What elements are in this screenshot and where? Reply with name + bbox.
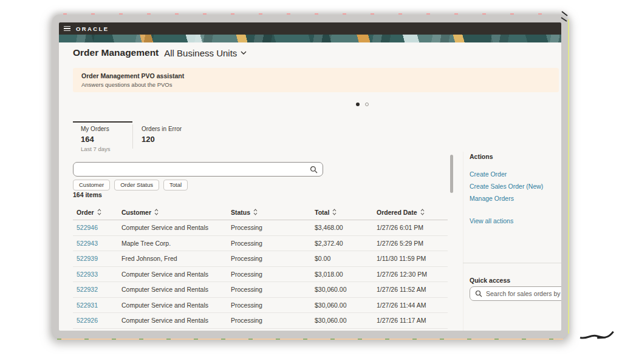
oracle-logo: ORACLE (76, 25, 109, 32)
order-number-link[interactable]: 522932 (77, 286, 121, 293)
bottom-dash-decoration (57, 339, 563, 340)
sort-icon (332, 209, 337, 215)
order-number-link[interactable]: 522933 (77, 271, 121, 278)
cell-total: $30,060.00 (315, 317, 377, 324)
filter-chip-total[interactable]: Total (163, 180, 188, 190)
right-line-decoration (568, 19, 569, 334)
cell-status: Processing (231, 255, 315, 262)
tab-my-orders[interactable]: My Orders 164 Last 7 days (73, 121, 132, 152)
sort-icon (154, 209, 159, 215)
cell-customer: Fred Johnson, Fred (121, 255, 231, 262)
orders-search-bar (73, 162, 323, 177)
cell-total: $3,018.00 (315, 271, 377, 278)
order-number-link[interactable]: 522946 (77, 224, 121, 231)
kpi-value: 164 (81, 135, 132, 144)
filter-chips: Customer Order Status Total (73, 180, 188, 190)
table-row: 522926 Computer Service and Rentals Proc… (73, 313, 448, 329)
sort-icon (253, 209, 258, 215)
carousel-dot-inactive[interactable] (365, 103, 369, 106)
cell-total: $30,060.00 (315, 302, 377, 309)
carousel-dots (356, 103, 369, 106)
kpi-divider (132, 124, 133, 149)
table-row: 522946 Computer Service and Rentals Proc… (73, 220, 448, 236)
cell-ordered-date: 1/27/26 11:17 AM (377, 317, 448, 324)
actions-panel-title: Actions (470, 153, 493, 160)
cell-total: $30,060.00 (315, 286, 377, 293)
cell-ordered-date: 1/11/30 11:59 PM (377, 255, 448, 262)
carousel-dot-active[interactable] (356, 103, 360, 106)
assistant-banner-title: Order Management PVO assistant (81, 72, 550, 79)
hamburger-menu-icon[interactable] (64, 26, 70, 32)
banner-image (59, 35, 561, 42)
orders-table: Order Customer Status Total Ordered Date… (73, 204, 448, 329)
cell-status: Processing (231, 286, 315, 293)
order-number-link[interactable]: 522931 (77, 302, 121, 309)
cell-customer: Computer Service and Rentals (121, 286, 231, 293)
kpi-label: Orders in Error (142, 126, 208, 132)
kpi-sublabel: Last 7 days (81, 146, 132, 152)
cell-customer: Computer Service and Rentals (121, 317, 231, 324)
table-row: 522933 Computer Service and Rentals Proc… (73, 267, 448, 283)
manage-orders-link[interactable]: Manage Orders (470, 195, 514, 202)
cell-status: Processing (231, 317, 315, 324)
search-icon (475, 290, 482, 297)
cell-total: $2,372.40 (315, 240, 377, 247)
cell-status: Processing (231, 240, 315, 247)
cell-customer: Computer Service and Rentals (121, 224, 231, 231)
order-number-link[interactable]: 522926 (77, 317, 121, 324)
orders-search-input[interactable] (80, 163, 304, 175)
business-unit-selector[interactable]: All Business Units (164, 48, 247, 58)
table-row: 522931 Computer Service and Rentals Proc… (73, 298, 448, 314)
sketch-decoration (579, 329, 616, 342)
view-all-actions-link[interactable]: View all actions (470, 217, 513, 224)
page-header: Order Management All Business Units (73, 47, 247, 58)
table-row: 522932 Computer Service and Rentals Proc… (73, 282, 448, 298)
column-header-total[interactable]: Total (315, 209, 377, 216)
cell-ordered-date: 1/27/26 12:30 PM (377, 271, 448, 278)
pvo-assistant-banner[interactable]: Order Management PVO assistant Answers q… (73, 68, 559, 92)
quick-access-search-input[interactable] (486, 290, 561, 297)
side-panel-divider (463, 152, 463, 331)
business-unit-label: All Business Units (164, 48, 237, 58)
filter-chip-customer[interactable]: Customer (73, 180, 110, 190)
cell-status: Processing (231, 302, 315, 309)
assistant-banner-subtitle: Answers questions about the PVOs (81, 81, 550, 88)
cell-ordered-date: 1/27/26 6:01 PM (377, 224, 448, 231)
column-header-status[interactable]: Status (231, 209, 315, 216)
cell-status: Processing (231, 271, 315, 278)
table-header: Order Customer Status Total Ordered Date (73, 204, 448, 220)
create-order-link[interactable]: Create Order (470, 170, 507, 178)
create-sales-order-new-link[interactable]: Create Sales Order (New) (470, 183, 543, 190)
order-number-link[interactable]: 522939 (77, 255, 121, 262)
column-header-order[interactable]: Order (77, 209, 121, 216)
kpi-value: 120 (142, 135, 208, 144)
quick-access-divider (463, 263, 561, 263)
kpi-label: My Orders (81, 126, 132, 132)
table-row: 522939 Fred Johnson, Fred Processing $0.… (73, 251, 448, 267)
column-header-customer[interactable]: Customer (121, 209, 231, 216)
cell-ordered-date: 1/27/26 11:52 AM (377, 286, 448, 293)
tab-orders-in-error[interactable]: Orders in Error 120 (142, 121, 208, 144)
order-number-link[interactable]: 522943 (77, 240, 121, 247)
cell-ordered-date: 1/27/26 5:29 PM (377, 240, 448, 247)
pink-dash-decoration (63, 13, 557, 15)
cell-customer: Computer Service and Rentals (121, 271, 231, 278)
sort-icon (97, 209, 101, 215)
cell-customer: Maple Tree Corp. (121, 240, 231, 247)
cell-customer: Computer Service and Rentals (121, 302, 231, 309)
window-frame: ORACLE Order Management All Business Uni… (52, 15, 568, 339)
cell-status: Processing (231, 224, 315, 231)
items-count: 164 items (73, 191, 102, 198)
cell-total: $3,468.00 (315, 224, 377, 231)
filter-chip-order-status[interactable]: Order Status (114, 180, 159, 190)
sort-icon (420, 209, 425, 215)
app-bar: ORACLE (59, 22, 561, 35)
page-content: Order Management All Business Units Orde… (59, 42, 561, 331)
quick-access-title: Quick access (470, 277, 510, 284)
chevron-down-icon (241, 51, 247, 55)
scrollbar-thumb[interactable] (450, 155, 453, 193)
search-icon[interactable] (310, 166, 318, 174)
quick-access-search-bar (470, 286, 561, 301)
column-header-ordered-date[interactable]: Ordered Date (377, 209, 448, 216)
sketch-decoration (560, 10, 570, 22)
